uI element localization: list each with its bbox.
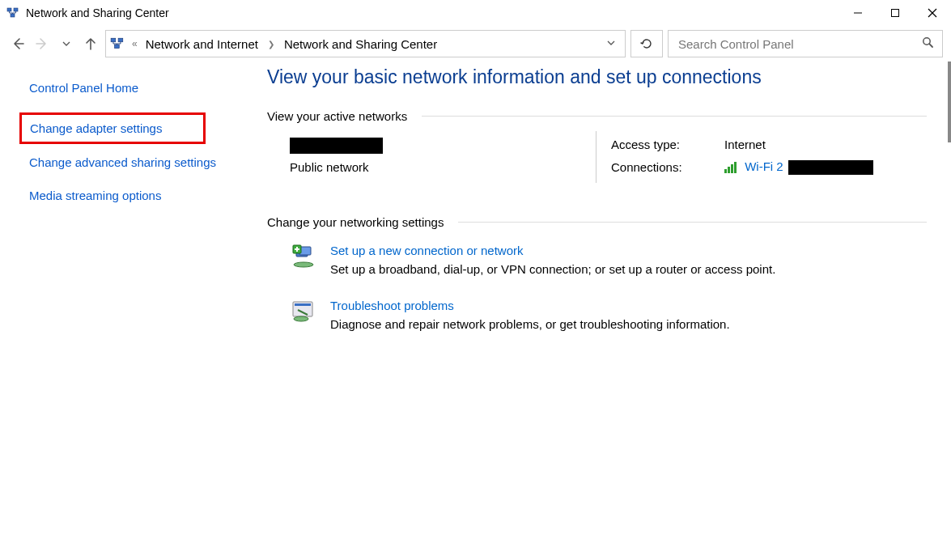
breadcrumb-item[interactable]: Network and Internet [144, 37, 260, 51]
setup-connection-desc: Set up a broadband, dial-up, or VPN conn… [330, 262, 775, 276]
section-label: View your active networks [267, 109, 422, 123]
sidebar: Control Panel Home Change adapter settin… [0, 62, 243, 560]
svg-rect-2 [11, 14, 15, 17]
main-content: View your basic network information and … [243, 62, 951, 560]
change-advanced-sharing-link[interactable]: Change advanced sharing settings [29, 154, 227, 171]
control-panel-home-link[interactable]: Control Panel Home [29, 79, 227, 96]
section-label: Change your networking settings [267, 215, 458, 229]
media-streaming-options-link[interactable]: Media streaming options [29, 187, 227, 204]
forward-button[interactable] [32, 31, 52, 57]
divider [422, 116, 927, 117]
svg-rect-8 [118, 38, 123, 42]
scrollbar[interactable] [948, 62, 951, 142]
active-network-panel: Public network Access type: Internet Con… [267, 138, 927, 183]
svg-line-11 [929, 44, 932, 47]
window-title: Network and Sharing Center [26, 6, 169, 19]
address-bar[interactable]: « Network and Internet ❯ Network and Sha… [105, 30, 626, 57]
active-networks-header: View your active networks [267, 109, 927, 123]
maximize-button[interactable] [877, 0, 914, 26]
breadcrumb-item[interactable]: Network and Sharing Center [282, 37, 439, 51]
network-center-icon [6, 6, 19, 19]
access-type-value: Internet [724, 138, 766, 151]
minimize-button[interactable] [839, 0, 877, 26]
wifi-signal-icon [724, 162, 737, 173]
network-name-redacted [290, 138, 383, 154]
svg-rect-4 [892, 10, 899, 17]
change-adapter-settings-link[interactable]: Change adapter settings [19, 112, 206, 144]
navigation-row: « Network and Internet ❯ Network and Sha… [0, 26, 951, 62]
refresh-button[interactable] [630, 30, 663, 57]
svg-rect-1 [14, 8, 18, 11]
close-button[interactable] [914, 0, 951, 26]
svg-rect-7 [111, 38, 116, 42]
up-button[interactable] [81, 31, 100, 57]
svg-rect-0 [7, 8, 11, 11]
troubleshoot-desc: Diagnose and repair network problems, or… [330, 317, 730, 331]
search-box[interactable] [668, 30, 943, 57]
connections-label: Connections: [611, 160, 724, 174]
connection-link[interactable]: Wi-Fi 2 [745, 159, 783, 173]
page-title: View your basic network information and … [267, 66, 927, 88]
svg-point-15 [294, 262, 313, 267]
recent-locations-button[interactable] [57, 31, 76, 57]
chevron-right-icon[interactable]: ❯ [263, 40, 279, 49]
network-type: Public network [290, 160, 596, 174]
breadcrumb-overflow-icon[interactable]: « [129, 38, 141, 49]
location-icon [109, 36, 125, 52]
troubleshoot-link[interactable]: Troubleshoot problems [330, 299, 730, 312]
troubleshoot-task[interactable]: Troubleshoot problems Diagnose and repai… [267, 299, 927, 331]
svg-point-18 [294, 316, 308, 321]
svg-rect-17 [295, 303, 311, 306]
access-type-label: Access type: [611, 138, 724, 151]
address-dropdown-button[interactable] [601, 39, 622, 49]
svg-rect-9 [115, 45, 120, 49]
setup-connection-task[interactable]: Set up a new connection or network Set u… [267, 244, 927, 276]
troubleshoot-icon [290, 299, 317, 326]
divider [596, 131, 596, 183]
back-button[interactable] [8, 31, 28, 57]
search-icon[interactable] [922, 36, 934, 51]
divider [458, 222, 927, 223]
change-settings-header: Change your networking settings [267, 215, 927, 229]
search-input[interactable] [677, 36, 922, 52]
new-connection-icon [290, 244, 317, 271]
setup-connection-link[interactable]: Set up a new connection or network [330, 244, 775, 257]
ssid-redacted [788, 160, 873, 175]
title-bar: Network and Sharing Center [0, 0, 951, 26]
